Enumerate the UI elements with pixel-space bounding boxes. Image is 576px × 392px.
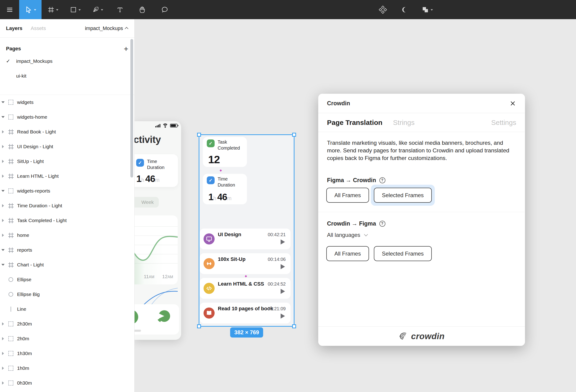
expand-arrow[interactable] — [0, 190, 6, 192]
layer-row[interactable]: Learn HTML - Light — [0, 169, 134, 183]
add-page-button[interactable]: + — [124, 45, 128, 53]
layer-row[interactable]: Ellipse Big — [0, 287, 134, 302]
layer-type-icon — [7, 231, 15, 239]
canvas[interactable]: ctivity ✓ Time Duration 1h 46m Week — [135, 19, 576, 392]
task-tags — [217, 313, 232, 320]
layer-row[interactable]: UI Design - Light — [0, 139, 134, 154]
selected-frames-button[interactable]: Selected Frames — [374, 188, 432, 203]
help-icon[interactable]: ? — [379, 177, 385, 183]
layer-row[interactable]: widgets-reports — [0, 183, 134, 198]
panel-scrollbar[interactable] — [130, 39, 133, 178]
play-button[interactable] — [281, 289, 285, 294]
layer-row[interactable]: 1h0m — [0, 361, 134, 376]
play-button[interactable] — [281, 240, 285, 244]
layer-row[interactable]: Line — [0, 302, 134, 317]
layer-row[interactable]: Ellipse — [0, 272, 134, 287]
layer-row[interactable]: Read Book - Light — [0, 124, 134, 139]
play-button[interactable] — [281, 313, 285, 319]
menu-button[interactable] — [0, 0, 19, 19]
time-duration-card[interactable]: ✓ Time Duration 1h 46m — [135, 154, 178, 187]
layer-row[interactable]: widgets-home — [0, 110, 134, 124]
resize-handle-top-right[interactable] — [292, 133, 296, 137]
layer-row[interactable]: home — [0, 228, 134, 243]
move-tool-button[interactable] — [19, 0, 42, 19]
chevron-down-icon[interactable] — [101, 9, 103, 11]
layer-row[interactable]: SitUp - Light — [0, 154, 134, 169]
text-tool-button[interactable] — [109, 0, 131, 19]
layer-row[interactable]: 2h30m — [0, 317, 134, 331]
shape-tool-button[interactable] — [64, 0, 86, 19]
expand-arrow[interactable] — [0, 160, 6, 163]
layer-row[interactable]: Time Duration - Light — [0, 198, 134, 213]
chevron-down-icon[interactable] — [79, 9, 81, 11]
tab-strings[interactable]: Strings — [393, 119, 414, 126]
chevron-down-icon[interactable] — [56, 9, 58, 11]
page-row[interactable]: ✓ impact_Mockups — [0, 54, 134, 69]
time-duration-widget[interactable]: ✓ Time Duration 1h 46m — [203, 174, 247, 204]
tab-page-translation[interactable]: Page Translation — [327, 119, 382, 126]
resize-handle-top-left[interactable] — [197, 133, 201, 137]
task-card[interactable]: 100x Sit-Up 00:14:06 — [200, 253, 290, 274]
layer-row[interactable]: Chart - Light — [0, 257, 134, 272]
expand-arrow[interactable] — [0, 367, 6, 370]
resize-handle-bottom-right[interactable] — [292, 324, 296, 328]
expand-arrow[interactable] — [0, 352, 6, 355]
expand-arrow[interactable] — [0, 234, 6, 237]
hand-tool-button[interactable] — [131, 0, 153, 19]
toolbar-right-group — [375, 0, 435, 19]
resize-handle-bottom-left[interactable] — [197, 324, 201, 328]
expand-arrow[interactable] — [0, 145, 6, 148]
week-toggle[interactable]: Week — [135, 197, 159, 208]
task-list: UI Design 00:42:21 100x Sit-Up 00:14:06 — [200, 229, 290, 323]
expand-arrow[interactable] — [0, 116, 6, 118]
play-button[interactable] — [281, 264, 285, 269]
close-button[interactable] — [509, 100, 516, 107]
help-icon[interactable]: ? — [379, 221, 385, 227]
task-card[interactable]: UI Design 00:42:21 — [200, 229, 290, 249]
pen-tool-button[interactable] — [86, 0, 109, 19]
task-completed-widget[interactable]: ✓ Task Completed 12 — [203, 137, 247, 167]
pie-chart-card[interactable] — [135, 304, 179, 334]
file-name-dropdown[interactable]: impact_Mockups — [85, 25, 128, 31]
expand-arrow[interactable] — [0, 219, 6, 222]
languages-dropdown[interactable]: All languages — [327, 232, 367, 238]
mockup-frame-home[interactable]: ctivity ✓ Time Duration 1h 46m Week — [135, 121, 181, 340]
layer-row[interactable]: 1h30m — [0, 346, 134, 361]
tab-assets[interactable]: Assets — [31, 25, 46, 31]
expand-arrow[interactable] — [0, 337, 6, 340]
comment-tool-button[interactable] — [153, 0, 176, 19]
chevron-down-icon[interactable] — [431, 9, 433, 11]
expand-arrow[interactable] — [0, 264, 6, 266]
selected-frame-widgets[interactable]: ✓ Task Completed 12 ✓ Time Duration 1h 4… — [199, 135, 294, 326]
expand-arrow[interactable] — [0, 322, 6, 326]
expand-arrow[interactable] — [0, 101, 6, 103]
frame-tool-button[interactable] — [42, 0, 64, 19]
expand-arrow[interactable] — [0, 381, 6, 385]
selected-frames-wrap: Selected Frames — [374, 188, 432, 203]
expand-arrow[interactable] — [0, 204, 6, 207]
layer-row[interactable]: 2h0m — [0, 331, 134, 346]
expand-arrow[interactable] — [0, 175, 6, 178]
mask-button[interactable] — [397, 6, 413, 14]
expand-arrow[interactable] — [0, 130, 6, 133]
task-time: 00:21:09 — [268, 306, 286, 311]
pen-tool-icon — [92, 6, 99, 13]
tidy-grid-button[interactable] — [375, 5, 391, 14]
all-frames-button[interactable]: All Frames — [326, 246, 369, 261]
check-icon: ✓ — [207, 139, 215, 147]
layer-row[interactable]: reports — [0, 243, 134, 257]
layer-row[interactable]: widgets — [0, 95, 134, 110]
task-card[interactable]: Read 10 pages of book 00:21:09 — [200, 303, 290, 323]
selected-frames-button[interactable]: Selected Frames — [374, 246, 432, 261]
all-frames-button[interactable]: All Frames — [326, 188, 369, 203]
layer-row[interactable]: 0h30m — [0, 376, 134, 390]
layer-row[interactable]: Task Completed - Light — [0, 213, 134, 228]
chevron-down-icon[interactable] — [34, 9, 36, 11]
tab-settings[interactable]: Settings — [491, 119, 516, 126]
page-row[interactable]: ui-kit — [0, 69, 134, 83]
expand-arrow[interactable] — [0, 249, 6, 251]
tab-layers[interactable]: Layers — [6, 25, 22, 31]
boolean-union-button[interactable] — [419, 6, 435, 14]
line-chart-card[interactable]: 11AM 12AM — [135, 215, 178, 284]
task-card[interactable]: Learn HTML & CSS 00:24:52 — [200, 278, 290, 299]
